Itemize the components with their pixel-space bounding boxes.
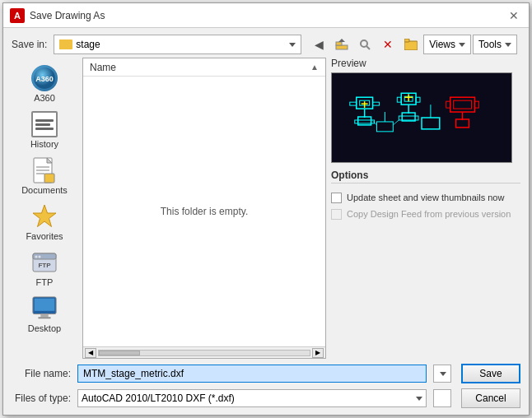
sidebar-item-favorites[interactable]: Favorites	[16, 199, 73, 245]
file-list-container: Name ▲ This folder is empty. ◀ ▶	[82, 58, 326, 359]
preview-label: Preview	[331, 58, 520, 69]
svg-text:A360: A360	[35, 75, 54, 83]
views-arrow	[459, 43, 465, 47]
save-in-row: Save in: stage ◀ ✕ Views Tools	[3, 28, 529, 58]
sort-arrow-icon: ▲	[310, 63, 319, 72]
sidebar: A360 A360 History	[12, 58, 77, 359]
svg-rect-5	[404, 41, 418, 50]
tools-label: Tools	[478, 39, 502, 50]
dialog-title: Save Drawing As	[30, 10, 501, 21]
scroll-track[interactable]	[98, 350, 310, 356]
a360-icon: A360	[31, 65, 58, 91]
filetype-row: Files of type: AutoCAD 2010/LT2010 DXF (…	[12, 388, 520, 408]
save-button[interactable]: Save	[461, 364, 520, 383]
sidebar-label-ftp: FTP	[36, 277, 54, 287]
delete-button[interactable]: ✕	[377, 35, 399, 54]
file-list-header[interactable]: Name ▲	[83, 58, 325, 77]
save-drawing-dialog: A Save Drawing As ✕ Save in: stage ◀ ✕ V…	[2, 2, 530, 416]
new-folder-button[interactable]	[400, 35, 422, 54]
update-thumbnails-checkbox[interactable]	[331, 193, 342, 203]
cancel-button[interactable]: Cancel	[461, 388, 520, 408]
main-body: A360 A360 History	[3, 58, 529, 359]
views-dropdown[interactable]: Views	[423, 35, 471, 54]
sidebar-item-documents[interactable]: Documents	[16, 153, 73, 199]
svg-point-3	[361, 40, 367, 47]
svg-rect-14	[44, 174, 54, 183]
ftp-icon: FTP	[31, 250, 58, 275]
bottom-section: File name: Save Files of type: AutoCAD 2…	[3, 359, 529, 415]
option-row-1: Copy Design Feed from previous version	[331, 208, 520, 220]
folder-icon	[59, 39, 72, 49]
tools-dropdown[interactable]: Tools	[473, 35, 517, 54]
svg-line-4	[366, 46, 370, 49]
svg-text:FTP: FTP	[38, 262, 51, 269]
preview-svg	[332, 72, 511, 163]
action-buttons: Save	[461, 364, 520, 383]
filename-row: File name: Save	[12, 364, 520, 383]
right-panel: Preview	[331, 58, 520, 359]
preview-image	[331, 72, 512, 163]
svg-rect-24	[38, 317, 50, 318]
filename-dropdown-arrow	[440, 372, 446, 376]
svg-point-19	[39, 256, 41, 258]
save-in-arrow	[289, 43, 296, 47]
preview-section: Preview	[331, 58, 520, 163]
toolbar-buttons: ◀ ✕ Views Tools	[308, 35, 520, 54]
sidebar-label-desktop: Desktop	[28, 323, 61, 333]
cancel-buttons: Cancel	[461, 388, 520, 408]
app-logo: A	[10, 8, 25, 23]
copy-design-feed-checkbox	[331, 209, 342, 220]
file-list-scrollbar: ◀ ▶	[83, 346, 325, 358]
svg-marker-15	[33, 205, 56, 227]
save-in-dropdown[interactable]: stage	[54, 35, 301, 54]
options-label: Options	[331, 170, 520, 183]
copy-design-feed-text: Copy Design Feed from previous version	[347, 208, 511, 220]
scroll-thumb	[99, 351, 140, 355]
title-bar: A Save Drawing As ✕	[3, 3, 529, 28]
svg-marker-2	[338, 39, 345, 42]
tools-arrow	[505, 43, 511, 47]
sidebar-label-favorites: Favorites	[26, 231, 63, 241]
svg-rect-0	[336, 45, 348, 49]
filetype-dropdown[interactable]: AutoCAD 2010/LT2010 DXF (*.dxf)	[77, 389, 427, 407]
filetype-dropdown-button[interactable]	[433, 389, 451, 407]
search-button[interactable]	[354, 35, 376, 54]
sidebar-label-history: History	[30, 139, 58, 149]
file-list-name-column: Name	[90, 62, 310, 73]
save-in-label: Save in:	[12, 39, 47, 50]
options-section: Options Update sheet and view thumbnails…	[331, 170, 520, 221]
scroll-right-button[interactable]: ▶	[312, 348, 324, 358]
desktop-icon	[31, 295, 58, 323]
filetype-label: Files of type:	[12, 392, 71, 404]
save-in-value: stage	[76, 39, 284, 50]
filetype-arrow	[416, 397, 422, 401]
svg-rect-22	[35, 299, 54, 311]
option-row-0: Update sheet and view thumbnails now	[331, 192, 520, 203]
filetype-value: AutoCAD 2010/LT2010 DXF (*.dxf)	[82, 392, 235, 404]
svg-rect-6	[404, 39, 409, 42]
svg-point-18	[35, 256, 38, 258]
filename-input[interactable]	[77, 365, 427, 383]
filename-dropdown-button[interactable]	[433, 365, 451, 383]
documents-icon	[33, 157, 56, 183]
sidebar-label-documents: Documents	[21, 185, 68, 195]
close-button[interactable]: ✕	[506, 7, 522, 24]
empty-message: This folder is empty.	[161, 206, 248, 217]
scroll-left-button[interactable]: ◀	[85, 348, 96, 358]
sidebar-item-a360[interactable]: A360 A360	[16, 61, 73, 107]
views-label: Views	[429, 39, 455, 50]
sidebar-label-a360: A360	[34, 93, 55, 103]
file-list-body: This folder is empty.	[83, 77, 325, 346]
svg-rect-23	[40, 314, 48, 318]
up-button[interactable]	[331, 35, 352, 54]
update-thumbnails-text: Update sheet and view thumbnails now	[347, 192, 504, 203]
history-icon	[31, 111, 58, 137]
sidebar-item-history[interactable]: History	[16, 107, 73, 153]
sidebar-item-desktop[interactable]: Desktop	[16, 291, 73, 337]
favorites-icon	[31, 203, 58, 230]
filename-label: File name:	[12, 368, 71, 379]
back-button[interactable]: ◀	[308, 35, 329, 54]
svg-rect-1	[336, 42, 342, 45]
sidebar-item-ftp[interactable]: FTP FTP	[16, 245, 73, 291]
